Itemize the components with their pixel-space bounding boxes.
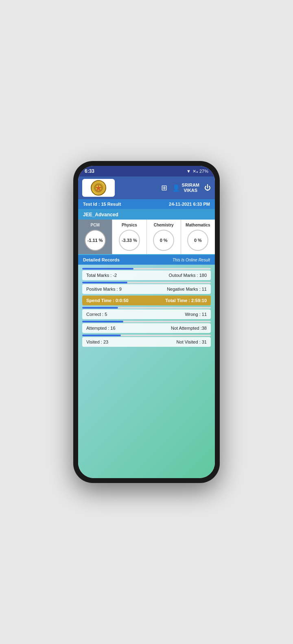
user-name: SRIRAM VIKAS	[182, 183, 199, 193]
progress-bar-positive	[82, 282, 127, 283]
tab-pcm[interactable]: PCM -1.11 %	[78, 220, 112, 254]
pcm-label: PCM	[91, 223, 100, 227]
total-marks-right: Outouf Marks : 180	[168, 273, 207, 278]
record-row-attempted: Attempted : 16 Not Attempted :38	[82, 323, 211, 333]
mathematics-score: 0 %	[187, 230, 208, 251]
positive-marks-right: Negative Marks : 11	[167, 287, 207, 292]
record-row-spend-time: Spend Time : 0:0:50 Total Time : 2:59:10	[82, 296, 211, 305]
signal-icon: ✕₄	[192, 169, 198, 174]
record-row-visited: Visited : 23 Not Visited : 31	[82, 337, 211, 347]
record-total-marks: Total Marks : -2 Outouf Marks : 180	[82, 268, 211, 280]
pcm-score: -1.11 %	[85, 230, 106, 251]
power-icon[interactable]: ⏻	[204, 184, 211, 191]
logo-svg	[94, 183, 103, 193]
physics-label: Physics	[122, 223, 137, 227]
detailed-records-title: Detailed Records	[83, 257, 120, 262]
tab-mathematics[interactable]: Mathematics 0 %	[181, 220, 215, 254]
tab-chemistry[interactable]: Chemistry 0 %	[147, 220, 181, 254]
exam-name: JEE_Advanced	[83, 212, 118, 218]
battery-text: 27%	[199, 169, 208, 174]
record-row-positive-marks: Positive Marks : 9 Negative Marks : 11	[82, 284, 211, 294]
total-marks-left: Total Marks : -2	[86, 273, 117, 278]
progress-bar-visited	[82, 335, 121, 336]
spend-time-left: Spend Time : 0:0:50	[86, 298, 129, 303]
phone-screen: 6:33 ▼ ✕₄ 27%	[78, 166, 215, 478]
status-icons: ▼ ✕₄ 27%	[186, 169, 208, 174]
detailed-records-header: Detailed Records This Is Online Result	[78, 255, 215, 265]
status-bar: 6:33 ▼ ✕₄ 27%	[78, 166, 215, 176]
progress-attempted	[82, 321, 211, 322]
progress-correct	[82, 307, 211, 309]
test-id-label: Test Id : 15 Result	[83, 202, 121, 207]
attempted-right: Not Attempted :38	[171, 326, 207, 331]
header-icons: ⊞ 👤 SRIRAM VIKAS ⏻	[161, 183, 211, 193]
wifi-icon: ▼	[186, 169, 191, 174]
spend-time-right: Total Time : 2:59:10	[165, 298, 207, 303]
progress-bar-total	[82, 268, 133, 270]
progress-bar-correct	[82, 307, 118, 309]
jee-bar: JEE_Advanced	[78, 209, 215, 220]
correct-left: Correct : 5	[86, 312, 107, 317]
records-content: Total Marks : -2 Outouf Marks : 180 Posi…	[78, 265, 215, 478]
correct-right: Wrong : 11	[185, 312, 207, 317]
record-correct: Correct : 5 Wrong : 11	[82, 307, 211, 319]
record-spend-time: Spend Time : 0:0:50 Total Time : 2:59:10	[82, 296, 211, 305]
visited-right: Not Visited : 31	[177, 339, 207, 344]
logo-box	[82, 179, 115, 197]
record-attempted: Attempted : 16 Not Attempted :38	[82, 321, 211, 333]
mathematics-label: Mathematics	[186, 223, 210, 227]
record-row-correct: Correct : 5 Wrong : 11	[82, 309, 211, 319]
logo-inner	[93, 182, 104, 194]
positive-marks-left: Positive Marks : 9	[86, 287, 122, 292]
logo-circle	[91, 180, 106, 196]
tab-physics[interactable]: Physics -3.33 %	[112, 220, 146, 254]
progress-positive-marks	[82, 282, 211, 283]
user-icon: 👤	[172, 184, 180, 192]
visited-left: Visited : 23	[86, 339, 108, 344]
phone-frame: 6:33 ▼ ✕₄ 27%	[73, 161, 220, 483]
chemistry-label: Chemistry	[154, 223, 174, 227]
online-result-label: This Is Online Result	[173, 258, 210, 262]
chemistry-score: 0 %	[153, 230, 174, 251]
grid-icon[interactable]: ⊞	[161, 183, 167, 192]
record-visited: Visited : 23 Not Visited : 31	[82, 335, 211, 347]
status-time: 6:33	[85, 168, 94, 174]
progress-visited	[82, 335, 211, 336]
progress-total-marks	[82, 268, 211, 270]
user-section: 👤 SRIRAM VIKAS	[172, 183, 199, 193]
physics-score: -3.33 %	[119, 230, 140, 251]
record-row-total-marks: Total Marks : -2 Outouf Marks : 180	[82, 270, 211, 280]
test-datetime: 24-11-2021 6:33 PM	[169, 202, 210, 207]
progress-bar-attempted	[82, 321, 123, 322]
attempted-left: Attempted : 16	[86, 326, 116, 331]
subject-tabs: PCM -1.11 % Physics -3.33 % Chemistry 0 …	[78, 220, 215, 255]
app-header: ⊞ 👤 SRIRAM VIKAS ⏻	[78, 176, 215, 199]
test-info-bar: Test Id : 15 Result 24-11-2021 6:33 PM	[78, 199, 215, 209]
record-positive-marks: Positive Marks : 9 Negative Marks : 11	[82, 282, 211, 294]
